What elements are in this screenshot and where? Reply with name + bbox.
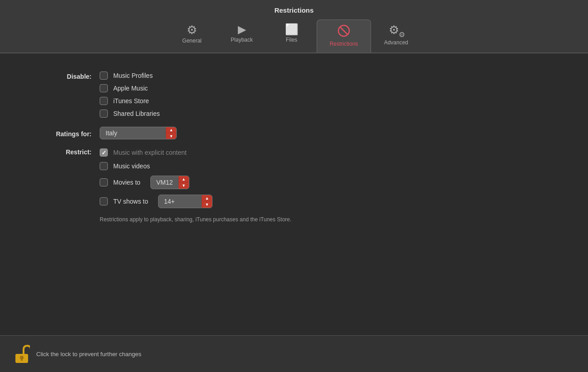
movies-up-arrow[interactable]: ▲	[179, 176, 189, 182]
tvshows-stepper[interactable]: ▲ ▼	[202, 195, 212, 208]
disable-section: Disable: Music Profiles Apple Music iTun…	[27, 72, 561, 118]
tvshows-value: 14+	[159, 196, 202, 207]
disable-label: Disable:	[27, 72, 100, 80]
checkbox-apple-music-label: Apple Music	[113, 85, 148, 92]
movies-row: Movies to VM12 ▲ ▼	[100, 176, 291, 189]
tab-playback-label: Playback	[231, 37, 253, 43]
svg-rect-4	[21, 358, 23, 361]
checkbox-apple-music[interactable]: Apple Music	[100, 84, 160, 92]
gear-icon: ⚙	[187, 24, 197, 36]
tab-files-label: Files	[286, 37, 297, 43]
checkbox-itunes-store-box[interactable]	[100, 97, 108, 105]
restrict-label: Restrict:	[27, 148, 100, 156]
window-title: Restrictions	[0, 6, 588, 14]
tvshows-up-arrow[interactable]: ▲	[202, 195, 212, 201]
lock-bar[interactable]: Click the lock to prevent further change…	[0, 335, 588, 372]
tvshows-down-arrow[interactable]: ▼	[202, 201, 212, 208]
ratings-row: Ratings for: Italy United States United …	[27, 127, 561, 139]
checkbox-shared-libraries[interactable]: Shared Libraries	[100, 110, 160, 118]
lock-svg	[14, 344, 30, 365]
checkbox-itunes-store-label: iTunes Store	[113, 97, 149, 105]
lock-icon[interactable]	[14, 344, 30, 364]
ratings-stepper[interactable]: ▲ ▼	[166, 127, 176, 139]
svg-line-1	[340, 27, 348, 35]
ratings-select-wrapper: Italy United States United Kingdom Franc…	[100, 127, 177, 139]
tvshows-row: TV shows to 14+ ▲ ▼	[100, 195, 291, 208]
checkbox-explicit-label: Music with explicit content	[113, 149, 187, 156]
tab-restrictions[interactable]: Restrictions	[317, 19, 371, 52]
checkbox-movies-box[interactable]	[100, 178, 108, 186]
tab-general-label: General	[182, 38, 202, 44]
lock-bar-text: Click the lock to prevent further change…	[36, 351, 141, 358]
checkbox-shared-libraries-label: Shared Libraries	[113, 110, 160, 117]
checkbox-explicit-box[interactable]: ✓	[100, 148, 108, 157]
tab-general[interactable]: ⚙ General	[167, 19, 217, 52]
checkbox-music-videos[interactable]: Music videos	[100, 162, 291, 170]
checkbox-itunes-store[interactable]: iTunes Store	[100, 97, 160, 105]
folder-icon: ⬜	[285, 24, 299, 35]
restriction-note: Restrictions apply to playback, sharing,…	[100, 216, 291, 223]
tab-playback[interactable]: ▶ Playback	[217, 19, 267, 52]
restrict-section: Restrict: ✓ Music with explicit content …	[27, 148, 561, 223]
tab-files[interactable]: ⬜ Files	[267, 19, 317, 52]
movies-select-wrapper: VM12 ▲ ▼	[150, 176, 189, 189]
movies-label: Movies to	[113, 179, 140, 186]
checkbox-music-profiles[interactable]: Music Profiles	[100, 72, 160, 80]
tab-advanced-label: Advanced	[384, 39, 408, 46]
tab-restrictions-label: Restrictions	[330, 41, 358, 47]
play-icon: ▶	[238, 24, 246, 35]
tabs-bar: ⚙ General ▶ Playback ⬜ Files Restriction…	[0, 19, 588, 52]
movies-down-arrow[interactable]: ▼	[179, 182, 189, 189]
movies-stepper[interactable]: ▲ ▼	[178, 176, 189, 189]
checkmark-explicit: ✓	[101, 150, 106, 156]
checkbox-music-profiles-box[interactable]	[100, 72, 108, 80]
ratings-select[interactable]: Italy United States United Kingdom Franc…	[100, 127, 177, 139]
advanced-gear-icon: ⚙ ⚙	[389, 24, 403, 38]
ratings-label: Ratings for:	[27, 129, 100, 138]
ban-icon	[337, 24, 350, 39]
tab-advanced[interactable]: ⚙ ⚙ Advanced	[371, 19, 421, 52]
checkbox-apple-music-box[interactable]	[100, 84, 108, 92]
checkbox-music-videos-label: Music videos	[113, 162, 150, 170]
checkbox-explicit[interactable]: ✓ Music with explicit content	[100, 148, 291, 157]
tvshows-label: TV shows to	[113, 198, 148, 205]
checkbox-shared-libraries-box[interactable]	[100, 110, 108, 118]
ratings-up-arrow[interactable]: ▲	[166, 127, 176, 133]
restrict-group: ✓ Music with explicit content Music vide…	[100, 148, 291, 223]
tvshows-select-wrapper: 14+ ▲ ▼	[158, 195, 212, 208]
ratings-down-arrow[interactable]: ▼	[166, 133, 176, 139]
movies-value: VM12	[151, 176, 178, 188]
checkbox-tvshows-box[interactable]	[100, 197, 108, 205]
checkbox-music-videos-box[interactable]	[100, 162, 108, 170]
checkbox-music-profiles-label: Music Profiles	[113, 72, 153, 79]
disable-checkboxes: Music Profiles Apple Music iTunes Store …	[100, 72, 160, 118]
